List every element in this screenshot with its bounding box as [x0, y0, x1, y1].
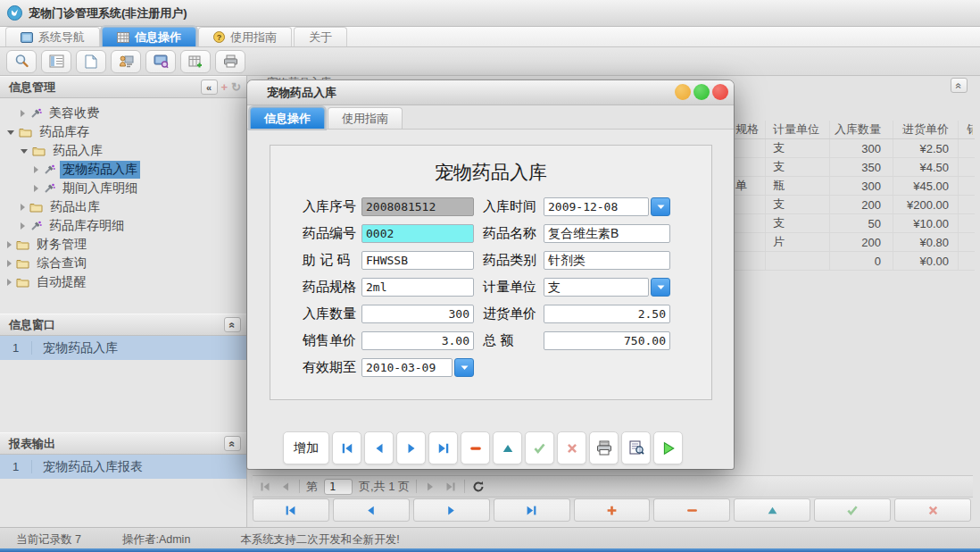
record-save-button[interactable] — [814, 498, 891, 522]
expand-arrow-icon[interactable] — [21, 222, 25, 230]
report-output-item[interactable]: 1 宠物药品入库报表 — [0, 455, 246, 479]
pager-bar: 第 1 页,共 1 页 — [253, 475, 973, 498]
purchase-price-field[interactable]: 2.50 — [544, 305, 670, 323]
grid-row[interactable]: 支50¥10.00 — [734, 214, 975, 233]
total-field[interactable]: 750.00 — [544, 331, 670, 350]
expand-arrow-icon[interactable] — [7, 279, 12, 286]
add-record-button[interactable]: 增加 — [283, 431, 329, 464]
table-add-button[interactable] — [180, 50, 211, 73]
page-first-icon[interactable] — [258, 481, 272, 492]
col-price[interactable]: 进货单价 — [893, 121, 959, 138]
collapse-arrow-icon[interactable] — [7, 130, 14, 135]
tree-item-auto-remind[interactable]: 自动提醒 — [0, 272, 246, 291]
record-next-button[interactable] — [413, 498, 490, 522]
expand-arrow-icon[interactable] — [7, 260, 12, 267]
grid-row[interactable]: 支300¥2.50 — [734, 139, 975, 158]
run-button[interactable] — [653, 431, 683, 464]
print-button[interactable] — [589, 431, 619, 464]
name-field[interactable]: 复合维生素B — [544, 224, 670, 243]
list-view-button[interactable] — [41, 50, 71, 73]
tree-item-drug-out[interactable]: 药品出库 — [0, 197, 246, 216]
report-output-collapse-button[interactable]: « — [224, 436, 241, 451]
tree-item-query[interactable]: 综合查询 — [0, 254, 246, 272]
dialog-minimize-button[interactable] — [675, 84, 691, 100]
tree-item-finance[interactable]: 财务管理 — [0, 235, 246, 254]
document-button[interactable] — [76, 50, 106, 73]
sidebar-collapse-button[interactable]: « — [201, 79, 218, 95]
qty-field[interactable]: 300 — [361, 305, 474, 323]
main-collapse-button[interactable]: « — [951, 78, 968, 93]
expand-arrow-icon[interactable] — [21, 110, 25, 117]
tree-item-drug-stock[interactable]: 药品库存 — [0, 122, 246, 141]
first-record-button[interactable] — [332, 431, 361, 464]
grid-row[interactable]: 单瓶300¥45.00 — [734, 177, 975, 196]
expand-arrow-icon[interactable] — [21, 204, 25, 211]
info-window-collapse-button[interactable]: « — [224, 317, 241, 332]
tree-item-period-in-detail[interactable]: 期间入库明细 — [0, 179, 246, 197]
last-record-button[interactable] — [428, 431, 458, 464]
page-last-icon[interactable] — [444, 481, 458, 492]
time-field[interactable]: 2009-12-08 — [544, 197, 649, 216]
record-prev-button[interactable] — [333, 498, 410, 522]
record-last-button[interactable] — [494, 498, 570, 522]
unit-field[interactable]: 支 — [544, 278, 649, 297]
col-sale[interactable]: 销 — [959, 121, 973, 138]
expand-arrow-icon[interactable] — [34, 185, 38, 192]
delete-record-button[interactable] — [461, 431, 490, 464]
mnemonic-field[interactable]: FHWSSB — [361, 251, 474, 270]
expiry-dropdown-button[interactable] — [454, 358, 474, 377]
time-dropdown-button[interactable] — [651, 197, 670, 216]
page-number-input[interactable]: 1 — [324, 479, 353, 495]
printer-button[interactable] — [215, 50, 245, 73]
next-record-button[interactable] — [396, 431, 426, 464]
search-button[interactable] — [6, 50, 37, 73]
cancel-button[interactable] — [557, 431, 586, 464]
dialog-close-button[interactable] — [712, 84, 728, 100]
spec-field[interactable]: 2ml — [361, 278, 474, 297]
print-preview-button[interactable] — [621, 431, 651, 464]
grid-row[interactable]: 片200¥0.80 — [734, 233, 975, 252]
category-field[interactable]: 针剂类 — [544, 251, 670, 270]
record-first-button[interactable] — [253, 498, 329, 522]
grid-row[interactable]: 支350¥4.50 — [734, 158, 975, 177]
grid-row[interactable]: 支200¥200.00 — [734, 196, 975, 214]
tree-item-drug-in[interactable]: 药品入库 — [0, 141, 246, 160]
code-field[interactable]: 0002 — [361, 224, 474, 243]
tree-item-pet-drug-in[interactable]: 宠物药品入库 — [0, 160, 246, 179]
page-prev-icon[interactable] — [278, 481, 293, 492]
dialog-maximize-button[interactable] — [693, 84, 710, 100]
dialog-tab-user-guide[interactable]: 使用指南 — [328, 107, 403, 129]
refresh-icon[interactable] — [471, 481, 486, 493]
tool-icon — [29, 220, 42, 232]
expiry-field[interactable]: 2010-03-09 — [361, 358, 453, 377]
expand-arrow-icon[interactable] — [34, 166, 38, 173]
page-next-icon[interactable] — [423, 481, 437, 492]
grid-row[interactable]: 0¥0.00 — [734, 252, 975, 271]
expand-arrow-icon[interactable] — [7, 241, 12, 248]
record-edit-button[interactable] — [734, 498, 810, 522]
tree-item-stock-detail[interactable]: 药品库存明细 — [0, 216, 246, 235]
prev-record-button[interactable] — [364, 431, 394, 464]
monitor-view-button[interactable] — [145, 50, 176, 73]
tab-system-nav[interactable]: 系统导航 — [5, 27, 100, 46]
total-label: 总 额 — [483, 332, 544, 349]
confirm-button[interactable] — [525, 431, 554, 464]
table-add-icon — [188, 54, 203, 69]
record-delete-button[interactable] — [653, 498, 730, 522]
col-spec[interactable]: 规格 — [734, 121, 766, 138]
tab-about[interactable]: 关于 — [294, 27, 347, 46]
dialog-tab-info-operation[interactable]: 信息操作 — [250, 107, 325, 129]
unit-dropdown-button[interactable] — [651, 278, 670, 297]
col-qty[interactable]: 入库数量 — [830, 121, 893, 138]
tab-info-operation[interactable]: 信息操作 — [102, 27, 196, 46]
tree-item-beauty-fee[interactable]: 美容收费 — [0, 104, 246, 122]
record-cancel-button[interactable] — [894, 498, 971, 522]
tab-user-guide[interactable]: ? 使用指南 — [198, 27, 292, 46]
edit-record-button[interactable] — [493, 431, 522, 464]
col-unit[interactable]: 计量单位 — [766, 121, 830, 138]
record-add-button[interactable] — [574, 498, 651, 522]
collapse-arrow-icon[interactable] — [21, 149, 28, 154]
user-report-button[interactable] — [111, 50, 141, 73]
sale-price-field[interactable]: 3.00 — [361, 331, 474, 350]
info-window-item[interactable]: 1 宠物药品入库 — [0, 336, 246, 360]
